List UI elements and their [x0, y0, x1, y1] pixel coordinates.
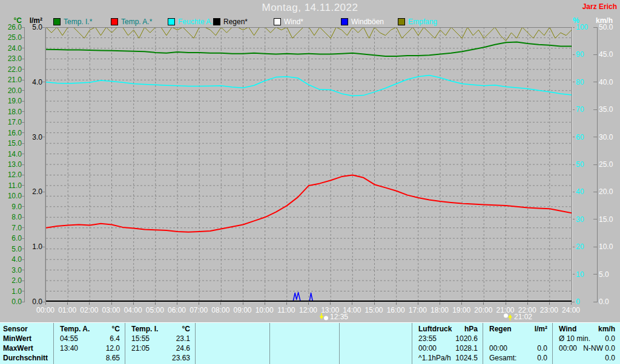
wind-axis-tick-mark: [593, 192, 597, 192]
temp-axis-tick-label: 26.0: [1, 23, 22, 31]
avg-time: [340, 353, 346, 363]
humidity-axis-tick-label: 0: [576, 297, 594, 306]
avg-value: 1024.5: [455, 353, 483, 363]
time-axis-tick-mark: [199, 302, 199, 305]
table-min-row: 15:5523.1: [125, 334, 195, 343]
table-max-row: 00:001028.1: [412, 343, 483, 353]
temp-axis-tick-label: 10.0: [1, 192, 22, 200]
sensor-unit: [265, 324, 269, 334]
temp-axis-tick-label: 15.0: [1, 139, 22, 148]
temp-axis-tick-label: 20.0: [1, 86, 22, 95]
temp-axis-tick-label: 16.0: [1, 129, 22, 137]
rain-axis-tick-label: 4.0: [25, 78, 42, 86]
avg-time: [196, 353, 202, 363]
weather-app-window: Montag, 14.11.2022 Jarz Erich °C l/m² % …: [0, 0, 620, 364]
table-min-row: [270, 334, 339, 343]
temp-axis-tick-label: 6.0: [1, 234, 22, 242]
table-header-row: [196, 324, 269, 334]
time-axis-tick-mark: [418, 302, 418, 305]
grid-lines: [46, 27, 572, 302]
legend-item: Empfang: [398, 18, 437, 25]
table-max-row: [340, 343, 412, 353]
temp-axis-tick-mark: [21, 27, 24, 28]
table-min-row: Ø 10 min.0.0: [553, 334, 620, 343]
time-axis-tick-mark: [461, 302, 462, 305]
sensor-unit: l/m²: [535, 324, 552, 334]
temp-axis-tick-label: 12.0: [1, 171, 22, 179]
temp-axis-tick-mark: [21, 80, 24, 80]
temp-axis-tick-mark: [21, 175, 24, 175]
avg-time: Gesamt:: [483, 353, 516, 363]
legend-label: Wind*: [284, 18, 303, 26]
temp-axis-tick-label: 13.0: [1, 160, 22, 169]
humidity-axis-tick-label: 40: [576, 187, 594, 196]
min-value: 6.4: [110, 334, 125, 343]
time-axis-tick-mark: [571, 302, 572, 305]
wind-axis-tick-label: 30.0: [599, 133, 619, 141]
legend-swatch: [341, 18, 348, 25]
chart-legend: Temp. I.*Temp. A.*Feuchte A.*Regen*Wind*…: [0, 18, 581, 26]
sensor-name: [196, 324, 202, 334]
legend-item: Regen*: [213, 18, 248, 25]
table-column-temp-a-: Temp. A.°C04:556.413:4012.08.65: [53, 323, 125, 364]
avg-value: [407, 353, 412, 363]
table-column-wind: Windkm/hØ 10 min.0.000:00N-NW 0.00.0: [552, 323, 620, 364]
sensor-name: Temp. I.: [125, 324, 158, 334]
time-axis-tick-mark: [133, 302, 134, 305]
table-row-label-text: Sensor: [0, 324, 28, 334]
temp-axis-tick-label: 24.0: [1, 44, 22, 53]
max-time: [196, 343, 202, 353]
rain-axis-tick-label: 3.0: [25, 133, 42, 141]
time-axis-tick-mark: [177, 302, 177, 305]
table-max-row: 21:0524.6: [125, 343, 195, 353]
table-min-row: 04:556.4: [54, 334, 125, 343]
wind-axis-tick-mark: [593, 82, 597, 82]
avg-time: [270, 353, 276, 363]
temp-axis-tick-label: 5.0: [1, 245, 22, 253]
table-max-row: 00:00N-NW 0.0: [553, 343, 620, 353]
avg-time: ^1.1hPa/h: [412, 353, 451, 363]
table-header-row: Temp. I.°C: [125, 324, 195, 334]
sensor-name: [270, 324, 276, 334]
temp-axis-tick-mark: [21, 196, 24, 197]
max-value: N-NW 0.0: [583, 343, 620, 353]
table-row-label: MaxWert: [0, 343, 53, 353]
wind-axis-tick-mark: [593, 137, 597, 137]
table-min-row: [196, 334, 269, 343]
humidity-axis-tick-label: 10: [576, 270, 594, 279]
table-header-row: [270, 324, 339, 334]
sensor-name: Luftdruck: [412, 324, 452, 334]
table-avg-row: [270, 353, 339, 363]
humidity-axis-tick-label: 20: [576, 242, 594, 251]
wind-axis-tick-mark: [593, 27, 597, 28]
avg-value: 23.63: [172, 353, 195, 363]
time-axis-tick-mark: [265, 302, 265, 305]
temp-axis-tick-mark: [21, 90, 24, 91]
humidity-axis-tick-label: 60: [576, 133, 594, 141]
table-column-empty: [269, 323, 339, 364]
temp-axis-tick-mark: [21, 48, 24, 48]
max-time: 00:00: [553, 343, 577, 353]
legend-label: Temp. A.*: [121, 18, 152, 26]
min-time: 23:55: [412, 334, 437, 343]
sensor-name: Temp. A.: [54, 324, 90, 334]
table-header-row: Windkm/h: [553, 324, 620, 334]
temp-axis-tick-label: 9.0: [1, 203, 22, 211]
legend-item: Wind*: [274, 18, 303, 25]
table-row-label: Sensor: [0, 324, 53, 334]
table-column-empty: [195, 323, 269, 364]
wind-axis-tick-label: 0.0: [599, 297, 619, 306]
wind-axis-tick-mark: [593, 274, 597, 275]
avg-value: [265, 353, 269, 363]
legend-label: Temp. I.*: [64, 18, 92, 26]
avg-time: [553, 353, 559, 363]
table-avg-row: [196, 353, 269, 363]
moonrise-time: 21:02: [514, 313, 532, 321]
temp-axis-tick-mark: [21, 132, 24, 133]
wind-axis-tick-mark: [593, 54, 597, 55]
table-min-row: [483, 334, 552, 343]
table-avg-row: 23.63: [125, 353, 195, 363]
table-max-row: 13:4012.0: [54, 343, 125, 353]
temp-axis-tick-mark: [21, 270, 24, 270]
min-value: 23.1: [176, 334, 195, 343]
